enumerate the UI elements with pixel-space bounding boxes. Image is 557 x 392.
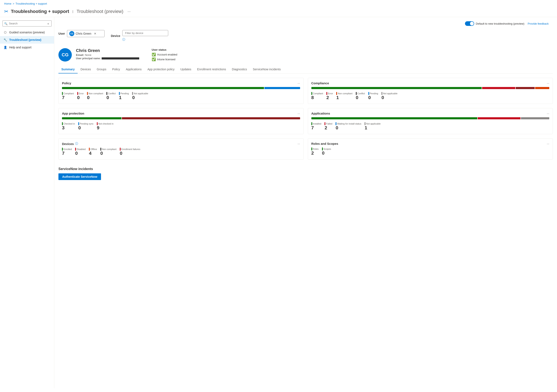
policy-bar-compliant bbox=[62, 87, 264, 89]
applications-stats-row: Installed 7 Failed 2 Waiting for install… bbox=[311, 122, 549, 131]
devices-stat-enrollment-failures: Enrollment failures 0 bbox=[120, 148, 140, 156]
tab-enrollment-restrictions[interactable]: Enrollment restrictions bbox=[194, 65, 229, 74]
page-title-separator: | bbox=[73, 10, 73, 13]
compliance-stat-non-compliant: Non compliant 1 bbox=[336, 92, 352, 100]
breadcrumb-current: Troubleshooting + support bbox=[16, 2, 47, 5]
compliance-card-title: Compliance bbox=[311, 81, 329, 85]
compliance-stat-label-conflict: Conflict bbox=[356, 92, 365, 95]
sidebar-search-container: 🔍 « bbox=[2, 20, 51, 26]
compliance-card-ellipsis[interactable]: ··· bbox=[547, 82, 549, 85]
applications-stat-waiting: Waiting for install status 0 bbox=[336, 122, 361, 131]
compliance-stat-compliant: Compliant 8 bbox=[311, 92, 323, 100]
tab-diagnostics[interactable]: Diagnostics bbox=[229, 65, 250, 74]
user-status-title: User status bbox=[152, 48, 177, 51]
policy-stats-row: Compliant 7 Error 0 Non compliant 0 Conf… bbox=[62, 92, 300, 100]
guided-scenarios-icon: ⬡ bbox=[3, 31, 7, 34]
compliance-stat-label-not-applicable: Not applicable bbox=[382, 92, 398, 95]
authenticate-servicenow-button[interactable]: Authenticate ServiceNow bbox=[58, 173, 101, 180]
breadcrumb-home[interactable]: Home bbox=[4, 2, 11, 5]
toggle-thumb bbox=[470, 22, 474, 25]
policy-stat-label-error: Error bbox=[77, 92, 84, 95]
user-chip-close[interactable]: ✕ bbox=[94, 32, 96, 35]
tab-devices[interactable]: Devices bbox=[78, 65, 94, 74]
compliance-stat-value-error: 2 bbox=[326, 95, 333, 100]
devices-card: Devices ⓘ ··· Enrolled 7 Disabled 0 bbox=[58, 138, 304, 160]
tab-policy[interactable]: Policy bbox=[109, 65, 123, 74]
app-protection-card-ellipsis[interactable]: ··· bbox=[298, 112, 300, 115]
toggle-label: Default to new troubleshooting (preview) bbox=[476, 22, 524, 25]
policy-stat-label-compliant: Compliant bbox=[62, 92, 74, 95]
devices-card-header: Devices ⓘ ··· bbox=[62, 142, 300, 146]
policy-stat-not-applicable: Not applicable 0 bbox=[132, 92, 148, 100]
devices-stat-value-enrollment-failures: 0 bbox=[120, 151, 140, 156]
policy-card-header: Policy ··· bbox=[62, 81, 300, 85]
policy-stat-compliant: Compliant 7 bbox=[62, 92, 74, 100]
provide-feedback-link[interactable]: Provide feedback bbox=[528, 22, 549, 25]
toggle-container: Default to new troubleshooting (preview) bbox=[465, 21, 524, 26]
policy-stat-label-not-applicable: Not applicable bbox=[132, 92, 148, 95]
policy-stat-value-non-compliant: 0 bbox=[87, 95, 103, 100]
policy-stat-pending: Pending 1 bbox=[119, 92, 129, 100]
roles-scopes-stat-label-scopes: Scopes bbox=[322, 147, 331, 150]
policy-stat-value-conflict: 0 bbox=[106, 95, 116, 100]
device-input[interactable] bbox=[122, 30, 168, 36]
policy-progress-bar bbox=[62, 87, 300, 89]
sidebar-item-troubleshoot[interactable]: 🔧 Troubleshoot (preview) bbox=[0, 36, 54, 44]
device-info-icon[interactable]: ⓘ bbox=[122, 38, 168, 41]
tab-app-protection-policy[interactable]: App protection policy bbox=[144, 65, 177, 74]
servicenow-title: ServiceNow incidents bbox=[58, 167, 553, 171]
compliance-stat-value-conflict: 0 bbox=[356, 95, 365, 100]
devices-card-ellipsis[interactable]: ··· bbox=[298, 142, 300, 145]
applications-stat-failed: Failed 2 bbox=[325, 122, 332, 131]
tab-updates[interactable]: Updates bbox=[177, 65, 194, 74]
applications-progress-bar bbox=[311, 117, 549, 119]
devices-stat-disabled: Disabled 0 bbox=[75, 148, 86, 156]
app-protection-stat-value-checked-in: 3 bbox=[62, 125, 75, 131]
roles-scopes-stats-row: Roles 2 Scopes 0 bbox=[311, 147, 549, 156]
devices-stat-label-enrollment-failures: Enrollment failures bbox=[120, 148, 140, 151]
devices-info-icon[interactable]: ⓘ bbox=[75, 142, 78, 146]
account-enabled-label: Account enabled bbox=[157, 53, 177, 56]
tab-applications[interactable]: Applications bbox=[123, 65, 145, 74]
tab-groups[interactable]: Groups bbox=[94, 65, 109, 74]
sidebar-collapse-icon[interactable]: « bbox=[47, 22, 49, 25]
status-account-enabled: ✅ Account enabled bbox=[152, 53, 177, 57]
policy-card-ellipsis[interactable]: ··· bbox=[298, 82, 300, 85]
sidebar-item-guided-scenarios[interactable]: ⬡ Guided scenarios (preview) bbox=[0, 29, 54, 36]
search-input[interactable] bbox=[2, 20, 51, 26]
devices-stat-value-enrolled: 7 bbox=[62, 151, 72, 156]
troubleshoot-icon: 🔧 bbox=[3, 38, 7, 41]
device-filter-group: Device ⓘ bbox=[111, 30, 168, 41]
compliance-stat-value-compliant: 8 bbox=[311, 95, 323, 100]
upn-redacted-bar bbox=[102, 57, 139, 59]
sidebar-item-label: Troubleshoot (preview) bbox=[9, 38, 41, 41]
preview-toggle[interactable] bbox=[465, 21, 474, 26]
applications-bar-installed bbox=[311, 117, 477, 119]
compliance-bar-error bbox=[482, 87, 515, 89]
tab-summary[interactable]: Summary bbox=[58, 65, 78, 74]
sidebar-item-help-support[interactable]: 👤 Help and support bbox=[0, 44, 54, 51]
compliance-progress-bar bbox=[311, 87, 549, 89]
applications-stat-not-applicable: Not applicable 1 bbox=[365, 122, 381, 131]
app-protection-stat-checked-in: Checked in 3 bbox=[62, 122, 75, 131]
applications-card-ellipsis[interactable]: ··· bbox=[547, 112, 549, 115]
tab-servicenow-incidents[interactable]: ServiceNow incidents bbox=[250, 65, 284, 74]
devices-stat-value-non-compliant: 0 bbox=[100, 151, 116, 156]
devices-stat-enrolled: Enrolled 7 bbox=[62, 148, 72, 156]
policy-stat-conflict: Conflict 0 bbox=[106, 92, 116, 100]
roles-scopes-card: Roles and Scopes ··· Roles 2 Scopes 0 bbox=[308, 138, 553, 160]
roles-scopes-card-ellipsis[interactable]: ··· bbox=[547, 142, 549, 145]
devices-stat-value-offline: 4 bbox=[89, 151, 97, 156]
applications-stat-value-installed: 7 bbox=[311, 125, 321, 131]
compliance-card-header: Compliance ··· bbox=[311, 81, 549, 85]
main-layout: 🔍 « ⬡ Guided scenarios (preview) 🔧 Troub… bbox=[0, 17, 557, 388]
app-protection-bar-checked bbox=[62, 117, 122, 119]
app-protection-card-title: App protection bbox=[62, 112, 84, 115]
user-label: User bbox=[58, 32, 65, 35]
compliance-stats-row: Compliant 8 Error 2 Non compliant 1 Conf… bbox=[311, 92, 549, 100]
devices-stat-label-offline: Offline bbox=[89, 148, 97, 151]
sidebar: 🔍 « ⬡ Guided scenarios (preview) 🔧 Troub… bbox=[0, 17, 54, 388]
page-header-ellipsis[interactable]: ··· bbox=[128, 9, 131, 14]
breadcrumb-sep: > bbox=[13, 2, 14, 5]
policy-stat-label-pending: Pending bbox=[119, 92, 129, 95]
